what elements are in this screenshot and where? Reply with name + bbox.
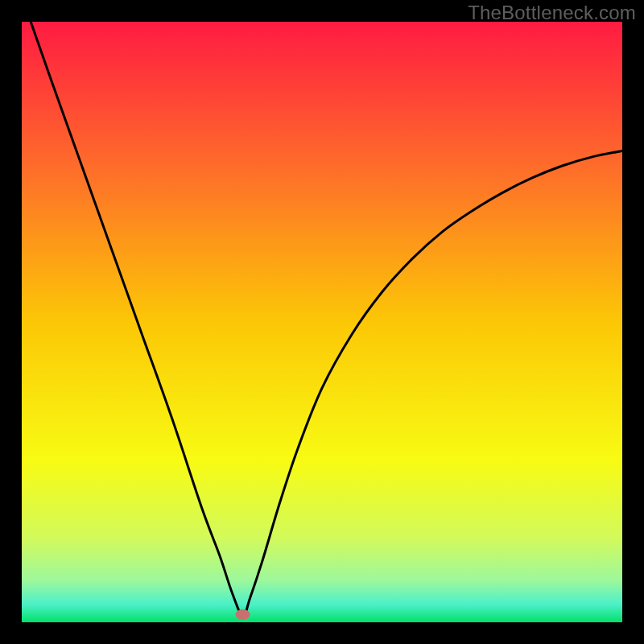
chart-svg (22, 22, 622, 622)
chart-plot-area (22, 22, 622, 622)
chart-frame: TheBottleneck.com (0, 0, 644, 644)
gradient-background (22, 22, 622, 622)
minimum-marker (236, 609, 250, 620)
watermark-text: TheBottleneck.com (468, 2, 636, 24)
